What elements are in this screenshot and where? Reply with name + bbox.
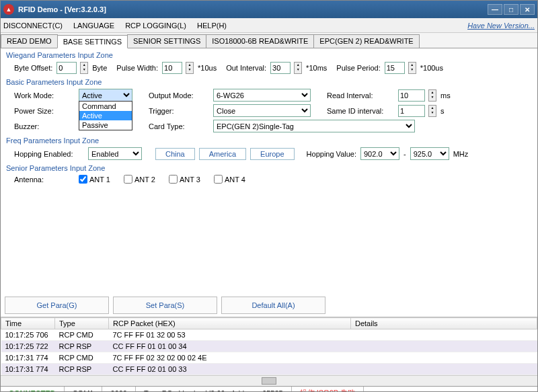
pulse-period-unit: *100us [420, 64, 443, 72]
buzzer-label: Buzzer: [14, 122, 75, 130]
pulse-width-label: Pulse Width: [116, 64, 158, 72]
work-mode-opt-passive[interactable]: Passive [79, 120, 132, 130]
china-button[interactable]: China [155, 148, 195, 160]
log-table-wrap: Time Type RCP Packet (HEX) Details 10:17… [1, 317, 537, 386]
basic-title: Basic Parameters Input Zone [6, 78, 532, 86]
out-interval-unit: *10ms [306, 64, 327, 72]
pulse-width-input[interactable] [162, 62, 182, 74]
ant3-checkbox[interactable]: ANT 3 [169, 175, 200, 184]
col-details[interactable]: Details [351, 318, 537, 329]
table-row[interactable]: 10:17:25 722RCP RSPCC FF FF 01 01 00 34 [1, 341, 537, 352]
wiegand-section: Wiegand Parameters Input Zone Byte Offse… [6, 51, 532, 74]
default-all-button[interactable]: Default All(A) [221, 297, 325, 314]
same-id-label: Same ID interval: [327, 107, 394, 115]
hopping-value-label: Hopping Value: [307, 150, 356, 158]
status-version: Type:PC - Version:V3.66 - Address: 65535 [136, 387, 292, 392]
pulse-width-unit: *10us [198, 64, 217, 72]
app-icon: ▲ [3, 4, 14, 15]
tab-epc-gen2[interactable]: EPC(GEN 2) READ&WRITE [313, 34, 419, 48]
pulse-period-spinner[interactable]: ▲▼ [408, 62, 416, 74]
log-table: Time Type RCP Packet (HEX) Details 10:17… [1, 317, 537, 375]
power-size-label: Power Size: [14, 107, 75, 115]
read-interval-label: Read Interval: [327, 91, 394, 100]
status-baud: 9600 [102, 387, 135, 392]
tab-strip: READ DEMO BASE SETTINGS SENIOR SETTINGS … [1, 33, 537, 48]
col-packet[interactable]: RCP Packet (HEX) [109, 318, 351, 329]
content-area: Wiegand Parameters Input Zone Byte Offse… [1, 48, 537, 294]
status-connected: CONNECTED [1, 387, 65, 392]
byte-offset-spinner[interactable]: ▲▼ [80, 62, 88, 74]
ant2-checkbox[interactable]: ANT 2 [124, 175, 155, 184]
close-button[interactable]: ✕ [520, 4, 535, 15]
work-mode-dropdown[interactable]: Command Active Passive [79, 101, 132, 130]
basic-section: Basic Parameters Input Zone Work Mode: A… [6, 78, 532, 132]
freq-section: Freq Parameters Input Zone Hopping Enabl… [6, 136, 532, 160]
freq-from-select[interactable]: 902.0 [360, 147, 399, 160]
ant1-checkbox[interactable]: ANT 1 [79, 175, 110, 184]
get-para-button[interactable]: Get Para(G) [5, 297, 109, 314]
trigger-select[interactable]: Close [213, 104, 311, 117]
byte-unit: Byte [92, 64, 107, 72]
pulse-period-input[interactable] [385, 62, 405, 74]
set-para-button[interactable]: Set Para(S) [113, 297, 217, 314]
ms-unit: ms [440, 91, 451, 100]
pulse-period-label: Pulse Period: [336, 64, 380, 72]
minimize-button[interactable]: — [488, 4, 502, 15]
senior-section: Senior Parameters Input Zone Antenna: AN… [6, 164, 532, 184]
tab-iso18000[interactable]: ISO18000-6B READ&WRITE [206, 34, 314, 48]
mhz-unit: MHz [453, 150, 469, 158]
europe-button[interactable]: Europe [250, 148, 294, 160]
maximize-button[interactable]: □ [504, 4, 518, 15]
hopping-enabled-label: Hopping Enabled: [14, 150, 84, 158]
menubar: DISCONNECT(C) LANGUAGE RCP LOGGING(L) HE… [1, 18, 537, 33]
col-time[interactable]: Time [1, 318, 55, 329]
status-bar: CONNECTED COM1 9600 Type:PC - Version:V3… [1, 386, 537, 392]
col-type[interactable]: Type [55, 318, 109, 329]
work-mode-opt-command[interactable]: Command [79, 102, 132, 111]
tab-senior-settings[interactable]: SENIOR SETTINGS [127, 34, 206, 48]
work-mode-opt-active[interactable]: Active [79, 111, 132, 120]
freq-dash: - [404, 150, 406, 158]
card-type-select[interactable]: EPC(GEN 2)Single-Tag [213, 120, 415, 132]
window-title: RFID Demo - [Ver:3.2.0.3] [18, 5, 488, 13]
out-interval-input[interactable] [270, 62, 291, 74]
byte-offset-input[interactable] [56, 62, 77, 74]
menu-rcp-logging[interactable]: RCP LOGGING(L) [125, 22, 186, 30]
table-row[interactable]: 10:17:31 774RCP CMD7C FF FF 02 32 02 00 … [1, 352, 537, 364]
byte-offset-label: Byte Offset: [14, 64, 52, 72]
hopping-enabled-select[interactable]: Enabled [88, 147, 142, 160]
status-error: 操作 ISO6B 失败 [292, 387, 364, 392]
menu-language[interactable]: LANGUAGE [73, 22, 114, 30]
card-type-label: Card Type: [149, 122, 209, 130]
work-mode-label: Work Mode: [14, 91, 75, 100]
action-buttons: Get Para(G) Set Para(S) Default All(A) [5, 297, 533, 314]
menu-help[interactable]: HELP(H) [197, 22, 227, 30]
s-unit: s [440, 107, 445, 115]
output-mode-label: Output Mode: [149, 91, 209, 100]
america-button[interactable]: America [199, 148, 246, 160]
same-id-input[interactable] [398, 105, 425, 117]
freq-title: Freq Parameters Input Zone [6, 136, 532, 145]
wiegand-title: Wiegand Parameters Input Zone [6, 51, 532, 59]
table-row[interactable]: 10:17:31 774RCP RSPCC FF FF 02 01 00 33 [1, 364, 537, 375]
ant4-checkbox[interactable]: ANT 4 [214, 175, 245, 184]
read-interval-input[interactable] [398, 89, 425, 102]
out-interval-spinner[interactable]: ▲▼ [294, 62, 302, 74]
table-row[interactable]: 10:17:25 706RCP CMD7C FF FF 01 32 00 53 [1, 329, 537, 341]
pulse-width-spinner[interactable]: ▲▼ [186, 62, 194, 74]
new-version-link[interactable]: Have New Version... [467, 22, 535, 30]
menu-disconnect[interactable]: DISCONNECT(C) [3, 22, 63, 30]
senior-title: Senior Parameters Input Zone [6, 164, 532, 172]
work-mode-select[interactable]: Active [79, 89, 132, 102]
titlebar: ▲ RFID Demo - [Ver:3.2.0.3] — □ ✕ [1, 1, 537, 18]
read-interval-spinner[interactable]: ▲▼ [428, 89, 436, 102]
tab-base-settings[interactable]: BASE SETTINGS [57, 35, 128, 48]
tab-read-demo[interactable]: READ DEMO [1, 34, 58, 48]
output-mode-select[interactable]: 6-WG26 [213, 89, 311, 102]
antenna-label: Antenna: [14, 175, 75, 184]
horizontal-scrollbar[interactable] [1, 375, 537, 386]
freq-to-select[interactable]: 925.0 [410, 147, 449, 160]
out-interval-label: Out Interval: [226, 64, 266, 72]
same-id-spinner[interactable]: ▲▼ [428, 105, 436, 117]
status-port: COM1 [65, 387, 103, 392]
